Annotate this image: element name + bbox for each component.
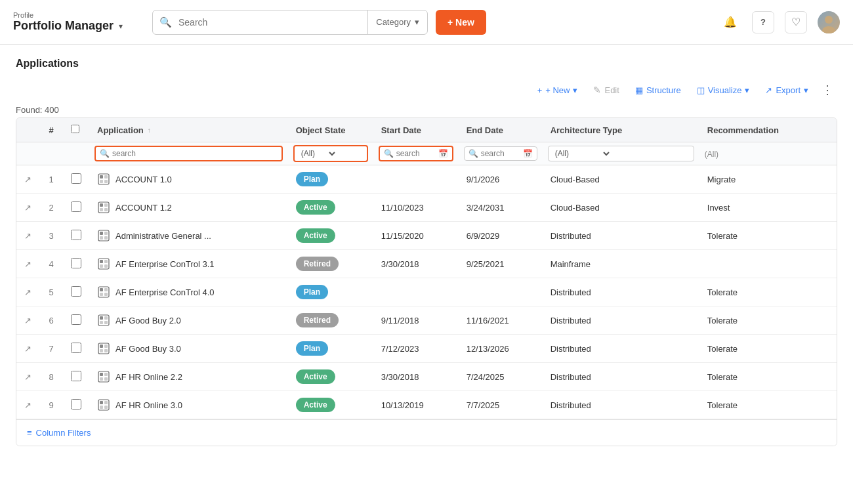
row-recommendation-cell: Tolerate	[699, 278, 837, 306]
filter-archtype-select-box[interactable]: (All) Cloud-Based Distributed Mainframe	[548, 146, 694, 161]
help-icon-button[interactable]: ?	[752, 11, 774, 33]
table-row: ↗ 1 ACCOUNT 1.0 Plan	[16, 165, 837, 194]
row-recommendation-cell: Tolerate	[699, 335, 837, 363]
col-header-archtype[interactable]: Architecture Type	[543, 118, 699, 142]
filter-enddate-calendar-icon[interactable]: 📅	[523, 149, 533, 158]
row-navigate-icon[interactable]: ↗	[24, 287, 31, 297]
row-arrow-cell[interactable]: ↗	[16, 306, 39, 335]
row-arrow-cell[interactable]: ↗	[16, 250, 39, 278]
row-state-cell: Active	[288, 194, 373, 222]
filter-application-cell: 🔍	[89, 142, 288, 165]
heart-icon-button[interactable]: ♡	[785, 11, 807, 33]
row-checkbox-cell	[63, 363, 89, 391]
row-navigate-icon[interactable]: ↗	[24, 372, 31, 382]
row-navigate-icon[interactable]: ↗	[24, 400, 31, 410]
row-checkbox-cell	[63, 335, 89, 363]
row-arrow-cell[interactable]: ↗	[16, 363, 39, 391]
row-startdate-cell	[373, 278, 459, 306]
toolbar-new-button[interactable]: + + New ▾	[531, 81, 585, 99]
svg-rect-24	[104, 288, 108, 291]
row-navigate-icon[interactable]: ↗	[24, 259, 31, 269]
row-arrow-cell[interactable]: ↗	[16, 278, 39, 306]
category-dropdown[interactable]: Category ▾	[367, 10, 427, 34]
row-arrow-cell[interactable]: ↗	[16, 165, 39, 194]
toolbar-new-icon: +	[537, 85, 543, 95]
row-navigate-icon[interactable]: ↗	[24, 175, 31, 184]
svg-rect-13	[100, 232, 103, 235]
filter-startdate-input[interactable]	[396, 149, 436, 158]
bell-icon-button[interactable]: 🔔	[719, 11, 741, 33]
row-navigate-icon[interactable]: ↗	[24, 344, 31, 354]
select-all-checkbox[interactable]	[71, 125, 79, 133]
row-checkbox[interactable]	[71, 343, 81, 353]
filter-application-input[interactable]	[112, 149, 278, 158]
col-header-state[interactable]: Object State	[288, 118, 373, 142]
row-startdate-cell: 3/30/2018	[373, 363, 459, 391]
filter-state-select[interactable]: (All) Active Plan Retired	[299, 148, 337, 159]
toolbar-structure-button[interactable]: ▦ Structure	[629, 81, 688, 99]
row-checkbox[interactable]	[71, 399, 81, 410]
table-row: ↗ 2 ACCOUNT 1.2 Active	[16, 194, 837, 222]
row-arrow-cell[interactable]: ↗	[16, 194, 39, 222]
col-header-application[interactable]: Application ↑	[89, 118, 288, 142]
filter-state-select-box[interactable]: (All) Active Plan Retired	[293, 145, 368, 162]
svg-rect-35	[100, 349, 103, 352]
toolbar: + + New ▾ ✎ Edit ▦ Structure ◫ Visualize…	[16, 80, 837, 100]
row-checkbox[interactable]	[71, 286, 81, 297]
col-header-recommendation[interactable]: Recommendation	[699, 118, 837, 142]
row-enddate-cell: 7/24/2025	[459, 363, 543, 391]
row-state-cell: Active	[288, 391, 373, 419]
filter-startdate-calendar-icon[interactable]: 📅	[438, 149, 448, 158]
filter-application-box[interactable]: 🔍	[94, 146, 283, 161]
global-search-bar: 🔍 Category ▾	[152, 10, 428, 35]
header-new-button[interactable]: + New	[436, 10, 486, 35]
brand-dropdown-icon[interactable]: ▾	[119, 22, 123, 31]
row-checkbox[interactable]	[71, 258, 81, 268]
toolbar-export-button[interactable]: ↗ Export ▾	[759, 81, 815, 99]
question-icon: ?	[760, 17, 766, 27]
toolbar-more-button[interactable]: ⋮	[818, 80, 837, 100]
toolbar-edit-button[interactable]: ✎ Edit	[587, 81, 625, 99]
user-avatar[interactable]	[818, 11, 840, 33]
column-filters-label: Column Filters	[36, 428, 91, 438]
col-header-startdate[interactable]: Start Date	[373, 118, 459, 142]
svg-rect-9	[104, 203, 108, 207]
svg-rect-31	[104, 321, 108, 324]
row-navigate-icon[interactable]: ↗	[24, 316, 31, 326]
filter-startdate-search-icon: 🔍	[384, 149, 394, 158]
row-enddate-cell: 9/25/2021	[459, 250, 543, 278]
global-search-input[interactable]	[178, 17, 367, 28]
table-filter-row: 🔍 (All) Active Plan Retired	[16, 142, 837, 165]
row-checkbox[interactable]	[71, 314, 81, 325]
row-archtype-cell: Cloud-Based	[543, 165, 699, 194]
row-checkbox-cell	[63, 194, 89, 222]
row-number: 6	[39, 306, 63, 335]
row-state-badge: Active	[296, 398, 335, 412]
row-navigate-icon[interactable]: ↗	[24, 203, 31, 213]
heart-icon: ♡	[791, 16, 801, 28]
col-archtype-label: Architecture Type	[551, 125, 623, 135]
row-arrow-cell[interactable]: ↗	[16, 391, 39, 419]
row-checkbox[interactable]	[71, 230, 81, 240]
row-checkbox[interactable]	[71, 173, 81, 184]
row-checkbox[interactable]	[71, 201, 81, 212]
row-archtype-cell: Mainframe	[543, 250, 699, 278]
filter-num-cell	[39, 142, 63, 165]
filter-enddate-input[interactable]	[481, 149, 520, 158]
row-arrow-cell[interactable]: ↗	[16, 222, 39, 250]
col-header-enddate[interactable]: End Date	[459, 118, 543, 142]
filter-enddate-box[interactable]: 🔍 📅	[464, 146, 537, 161]
filter-startdate-box[interactable]: 🔍 📅	[379, 146, 453, 161]
row-app-name: ACCOUNT 1.2	[115, 203, 172, 213]
column-filters-button[interactable]: ≡ Column Filters	[27, 428, 91, 438]
filter-archtype-select[interactable]: (All) Cloud-Based Distributed Mainframe	[552, 148, 612, 159]
toolbar-new-label: + New	[545, 85, 570, 95]
col-application-sort-icon: ↑	[148, 127, 151, 134]
row-arrow-cell[interactable]: ↗	[16, 335, 39, 363]
row-checkbox[interactable]	[71, 371, 81, 381]
svg-rect-46	[104, 406, 108, 409]
row-recommendation-cell: Tolerate	[699, 363, 837, 391]
row-navigate-icon[interactable]: ↗	[24, 231, 31, 241]
col-application-label: Application	[97, 125, 144, 135]
toolbar-visualize-button[interactable]: ◫ Visualize ▾	[690, 81, 757, 99]
